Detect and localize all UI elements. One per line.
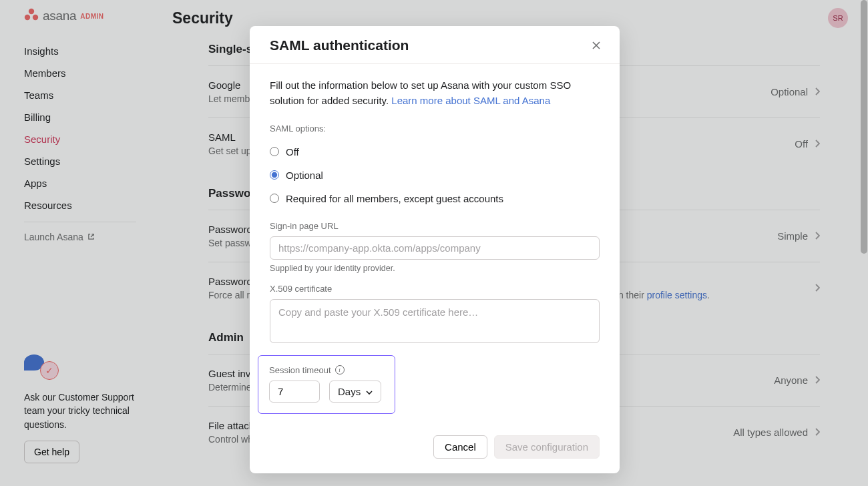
- signin-url-label: Sign-in page URL: [270, 221, 600, 231]
- saml-option-off[interactable]: Off: [270, 140, 600, 164]
- save-configuration-button[interactable]: Save configuration: [494, 435, 600, 459]
- session-timeout-unit-select[interactable]: Days: [329, 381, 381, 403]
- session-timeout-value[interactable]: [269, 381, 320, 403]
- modal-title: SAML authentication: [270, 37, 409, 53]
- modal-intro: Fill out the information below to set up…: [270, 77, 600, 109]
- cert-textarea[interactable]: [270, 299, 600, 343]
- signin-url-help: Supplied by your identity provider.: [270, 264, 600, 273]
- session-timeout-highlight: Session timeout i Days: [258, 355, 395, 414]
- session-timeout-label: Session timeout: [269, 365, 331, 375]
- radio-off[interactable]: [270, 147, 279, 156]
- chevron-down-icon: [366, 386, 373, 397]
- saml-option-optional[interactable]: Optional: [270, 164, 600, 187]
- learn-more-link[interactable]: Learn more about SAML and Asana: [391, 95, 550, 106]
- saml-auth-modal: SAML authentication Fill out the informa…: [250, 26, 620, 473]
- info-icon[interactable]: i: [335, 365, 345, 375]
- saml-option-required[interactable]: Required for all members, except guest a…: [270, 187, 600, 210]
- saml-options-label: SAML options:: [270, 124, 600, 134]
- cert-label: X.509 certificate: [270, 284, 600, 294]
- signin-url-input[interactable]: [270, 236, 600, 260]
- close-icon[interactable]: [588, 37, 605, 54]
- cancel-button[interactable]: Cancel: [433, 435, 487, 459]
- radio-optional[interactable]: [270, 170, 279, 180]
- radio-required[interactable]: [270, 194, 279, 203]
